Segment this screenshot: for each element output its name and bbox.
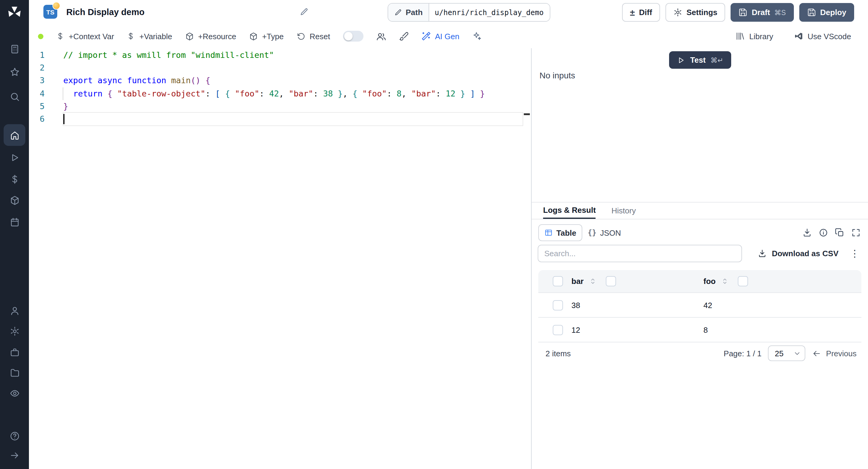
search-input[interactable]	[538, 245, 742, 262]
path-input[interactable]	[429, 4, 550, 21]
copy-result-icon[interactable]	[835, 228, 844, 238]
scrollbar-cursor-mark	[524, 113, 530, 115]
settings-button[interactable]: Settings	[665, 3, 725, 22]
add-type-button[interactable]: +Type	[249, 32, 284, 41]
code-editor[interactable]: 123456 // import * as wmill from "windmi…	[29, 48, 531, 469]
view-json-label: JSON	[600, 228, 621, 237]
code-token: :	[387, 88, 397, 98]
sidebar-item-runs[interactable]	[4, 147, 25, 168]
path-edit-button[interactable]: Path	[388, 4, 429, 21]
sidebar-item-workers[interactable]	[4, 341, 25, 363]
use-vscode-button[interactable]: Use VScode	[794, 31, 851, 41]
windmill-logo-icon[interactable]	[7, 5, 22, 21]
code-token: ,	[343, 88, 352, 98]
code-token	[465, 88, 470, 98]
sidebar-item-search[interactable]	[4, 86, 25, 107]
sidebar-item-variables[interactable]	[4, 168, 25, 190]
code-lines: // import * as wmill from "windmill-clie…	[63, 49, 523, 125]
code-token: {	[107, 88, 112, 98]
test-button[interactable]: Test ⌘↵	[669, 51, 731, 69]
sidebar	[0, 0, 29, 469]
sidebar-item-home[interactable]	[4, 124, 25, 146]
add-context-var-button[interactable]: +Context Var	[56, 32, 114, 41]
code-token	[122, 76, 127, 85]
more-options-kebab-icon[interactable]: ⋮	[850, 249, 860, 258]
page-size-value: 25	[775, 349, 784, 358]
download-result-icon[interactable]	[802, 228, 812, 238]
dollar-icon	[127, 32, 135, 40]
diff-button[interactable]: ± Diff	[622, 3, 660, 22]
add-variable-button[interactable]: +Variable	[127, 32, 173, 41]
deploy-button[interactable]: Deploy	[799, 3, 854, 22]
emoji-badge	[53, 2, 60, 10]
code-line[interactable]: }	[63, 100, 523, 113]
toggle-knob	[344, 32, 352, 40]
package-icon	[249, 32, 258, 41]
code-token: :	[436, 88, 446, 98]
view-toggle-row: Table {} JSON	[532, 225, 868, 241]
sidebar-item-audit-logs[interactable]	[4, 382, 25, 404]
view-table-button[interactable]: Table	[538, 224, 582, 241]
column-checkbox-foo[interactable]	[738, 276, 748, 286]
code-token: {	[225, 88, 230, 98]
share-toggle[interactable]	[343, 31, 363, 41]
sidebar-item-users[interactable]	[4, 300, 25, 321]
sidebar-item-resources[interactable]	[4, 189, 25, 211]
code-line[interactable]: // import * as wmill from "windmill-clie…	[63, 49, 523, 61]
tab-logs-and-result[interactable]: Logs & Result	[543, 202, 596, 219]
sparkles-icon[interactable]	[472, 31, 482, 41]
draft-button[interactable]: Draft ⌘S	[731, 3, 794, 22]
expand-icon[interactable]	[851, 228, 861, 238]
code-line[interactable]: export async function main() {	[63, 74, 523, 87]
code-token	[200, 76, 205, 85]
code-token: 42	[269, 88, 279, 98]
reset-button[interactable]: Reset	[296, 32, 330, 41]
code-line[interactable]	[63, 61, 523, 74]
code-token	[93, 76, 98, 85]
diff-button-label: Diff	[639, 8, 652, 17]
row-checkbox[interactable]	[553, 300, 563, 310]
download-csv-button[interactable]: Download as CSV	[758, 249, 838, 258]
select-all-checkbox[interactable]	[553, 276, 563, 286]
sidebar-item-settings[interactable]	[4, 320, 25, 342]
sidebar-item-favorites[interactable]	[4, 61, 25, 83]
code-line[interactable]	[63, 113, 523, 125]
code-token	[102, 88, 107, 98]
tab-history[interactable]: History	[612, 202, 636, 219]
users-icon[interactable]	[376, 31, 386, 41]
view-table-label: Table	[556, 228, 576, 237]
sidebar-item-calculator[interactable]	[4, 38, 25, 60]
sidebar-item-help[interactable]	[4, 425, 25, 447]
code-line[interactable]: return { "table-row-object": [ { "foo": …	[63, 87, 523, 100]
code-token: "foo"	[362, 88, 387, 98]
add-type-label: +Type	[262, 32, 284, 41]
previous-page-button[interactable]: Previous	[812, 349, 857, 358]
edit-title-pencil-icon[interactable]	[300, 7, 309, 16]
gear-icon	[673, 8, 682, 17]
sidebar-item-schedules[interactable]	[4, 211, 25, 233]
ai-gen-button[interactable]: AI Gen	[421, 31, 459, 41]
code-token: return	[73, 88, 103, 98]
row-checkbox[interactable]	[553, 324, 563, 335]
library-button[interactable]: Library	[735, 31, 773, 41]
code-token	[63, 88, 73, 98]
table-cell: 8	[697, 325, 861, 334]
view-json-button[interactable]: {} JSON	[582, 225, 626, 241]
format-brush-icon[interactable]	[399, 31, 408, 41]
column-header-bar: bar	[571, 277, 584, 286]
sort-icon[interactable]	[721, 277, 729, 285]
results-tabbar: Logs & Result History	[532, 202, 868, 219]
page-size-select[interactable]: 25	[768, 345, 806, 361]
sidebar-collapse-arrow-icon[interactable]	[4, 444, 25, 466]
play-icon	[677, 56, 685, 64]
code-token: :	[313, 88, 323, 98]
code-token: }	[63, 101, 68, 111]
line-number: 3	[29, 74, 44, 87]
info-icon[interactable]	[818, 228, 828, 238]
app-window: TS Rich Display demo Path ± Diff Setting…	[0, 0, 868, 469]
column-checkbox-bar[interactable]	[606, 276, 616, 286]
sort-icon[interactable]	[589, 277, 597, 285]
add-resource-button[interactable]: +Resource	[185, 32, 236, 41]
table-grid-icon	[544, 228, 553, 237]
sidebar-item-folders[interactable]	[4, 362, 25, 383]
